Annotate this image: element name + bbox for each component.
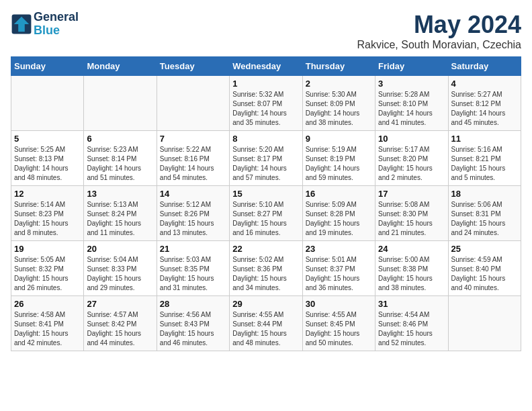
calendar-cell	[11, 76, 84, 131]
cell-day-number: 27	[87, 299, 153, 309]
calendar-week-row: 12Sunrise: 5:14 AMSunset: 8:23 PMDayligh…	[11, 186, 521, 241]
cell-day-number: 16	[306, 189, 372, 199]
calendar-cell: 18Sunrise: 5:06 AMSunset: 8:31 PMDayligh…	[448, 186, 521, 241]
cell-info: Sunrise: 5:23 AMSunset: 8:14 PMDaylight:…	[87, 145, 153, 183]
weekday-header: Saturday	[448, 57, 521, 76]
cell-day-number: 14	[160, 189, 226, 199]
calendar-cell: 1Sunrise: 5:32 AMSunset: 8:07 PMDaylight…	[230, 76, 302, 131]
cell-info: Sunrise: 4:56 AMSunset: 8:43 PMDaylight:…	[160, 310, 226, 348]
calendar-week-row: 5Sunrise: 5:25 AMSunset: 8:13 PMDaylight…	[11, 131, 521, 186]
cell-info: Sunrise: 5:02 AMSunset: 8:36 PMDaylight:…	[232, 255, 299, 293]
cell-day-number: 21	[160, 244, 226, 254]
title-block: May 2024 Rakvice, South Moravian, Czechi…	[357, 11, 521, 51]
calendar-cell: 12Sunrise: 5:14 AMSunset: 8:23 PMDayligh…	[11, 186, 84, 241]
calendar-cell: 3Sunrise: 5:28 AMSunset: 8:10 PMDaylight…	[375, 76, 448, 131]
cell-info: Sunrise: 5:20 AMSunset: 8:17 PMDaylight:…	[232, 145, 299, 183]
cell-info: Sunrise: 5:03 AMSunset: 8:35 PMDaylight:…	[160, 255, 226, 293]
weekday-header-row: SundayMondayTuesdayWednesdayThursdayFrid…	[11, 57, 521, 76]
cell-day-number: 28	[160, 299, 226, 309]
calendar-cell	[157, 76, 229, 131]
cell-info: Sunrise: 5:13 AMSunset: 8:24 PMDaylight:…	[87, 200, 153, 238]
cell-day-number: 9	[306, 134, 372, 144]
cell-day-number: 22	[232, 244, 299, 254]
cell-day-number: 26	[14, 299, 81, 309]
cell-info: Sunrise: 5:10 AMSunset: 8:27 PMDaylight:…	[232, 200, 299, 238]
cell-day-number: 6	[87, 134, 153, 144]
calendar-cell: 4Sunrise: 5:27 AMSunset: 8:12 PMDaylight…	[448, 76, 521, 131]
calendar-subtitle: Rakvice, South Moravian, Czechia	[357, 39, 521, 51]
calendar-cell	[448, 296, 521, 351]
calendar-cell	[84, 76, 157, 131]
calendar-week-row: 26Sunrise: 4:58 AMSunset: 8:41 PMDayligh…	[11, 296, 521, 351]
calendar-cell: 10Sunrise: 5:17 AMSunset: 8:20 PMDayligh…	[375, 131, 448, 186]
weekday-header: Wednesday	[230, 57, 302, 76]
calendar-cell: 15Sunrise: 5:10 AMSunset: 8:27 PMDayligh…	[230, 186, 302, 241]
cell-info: Sunrise: 5:25 AMSunset: 8:13 PMDaylight:…	[14, 145, 81, 183]
cell-day-number: 5	[14, 134, 81, 144]
calendar-cell: 24Sunrise: 5:00 AMSunset: 8:38 PMDayligh…	[375, 241, 448, 296]
cell-day-number: 25	[451, 244, 518, 254]
calendar-cell: 25Sunrise: 4:59 AMSunset: 8:40 PMDayligh…	[448, 241, 521, 296]
calendar-week-row: 1Sunrise: 5:32 AMSunset: 8:07 PMDaylight…	[11, 76, 521, 131]
page-header: General Blue May 2024 Rakvice, South Mor…	[11, 11, 521, 51]
cell-day-number: 30	[306, 299, 372, 309]
cell-info: Sunrise: 5:05 AMSunset: 8:32 PMDaylight:…	[14, 255, 81, 293]
cell-info: Sunrise: 4:55 AMSunset: 8:44 PMDaylight:…	[232, 310, 299, 348]
cell-info: Sunrise: 4:55 AMSunset: 8:45 PMDaylight:…	[306, 310, 372, 348]
calendar-cell: 21Sunrise: 5:03 AMSunset: 8:35 PMDayligh…	[157, 241, 229, 296]
calendar-cell: 19Sunrise: 5:05 AMSunset: 8:32 PMDayligh…	[11, 241, 84, 296]
calendar-cell: 5Sunrise: 5:25 AMSunset: 8:13 PMDaylight…	[11, 131, 84, 186]
cell-info: Sunrise: 5:17 AMSunset: 8:20 PMDaylight:…	[378, 145, 445, 183]
cell-day-number: 10	[378, 134, 445, 144]
calendar-cell: 30Sunrise: 4:55 AMSunset: 8:45 PMDayligh…	[302, 296, 375, 351]
cell-day-number: 13	[87, 189, 153, 199]
calendar-week-row: 19Sunrise: 5:05 AMSunset: 8:32 PMDayligh…	[11, 241, 521, 296]
calendar-cell: 8Sunrise: 5:20 AMSunset: 8:17 PMDaylight…	[230, 131, 302, 186]
cell-info: Sunrise: 4:58 AMSunset: 8:41 PMDaylight:…	[14, 310, 81, 348]
cell-info: Sunrise: 5:01 AMSunset: 8:37 PMDaylight:…	[306, 255, 372, 293]
cell-day-number: 11	[451, 134, 518, 144]
calendar-table: SundayMondayTuesdayWednesdayThursdayFrid…	[11, 56, 521, 351]
calendar-cell: 16Sunrise: 5:09 AMSunset: 8:28 PMDayligh…	[302, 186, 375, 241]
calendar-cell: 29Sunrise: 4:55 AMSunset: 8:44 PMDayligh…	[230, 296, 302, 351]
calendar-cell: 2Sunrise: 5:30 AMSunset: 8:09 PMDaylight…	[302, 76, 375, 131]
calendar-cell: 22Sunrise: 5:02 AMSunset: 8:36 PMDayligh…	[230, 241, 302, 296]
cell-day-number: 29	[232, 299, 299, 309]
cell-info: Sunrise: 5:09 AMSunset: 8:28 PMDaylight:…	[306, 200, 372, 238]
calendar-cell: 20Sunrise: 5:04 AMSunset: 8:33 PMDayligh…	[84, 241, 157, 296]
cell-info: Sunrise: 5:28 AMSunset: 8:10 PMDaylight:…	[378, 90, 445, 128]
weekday-header: Tuesday	[157, 57, 229, 76]
cell-day-number: 24	[378, 244, 445, 254]
calendar-cell: 31Sunrise: 4:54 AMSunset: 8:46 PMDayligh…	[375, 296, 448, 351]
cell-info: Sunrise: 5:12 AMSunset: 8:26 PMDaylight:…	[160, 200, 226, 238]
cell-info: Sunrise: 4:57 AMSunset: 8:42 PMDaylight:…	[87, 310, 153, 348]
cell-info: Sunrise: 5:00 AMSunset: 8:38 PMDaylight:…	[378, 255, 445, 293]
cell-info: Sunrise: 4:54 AMSunset: 8:46 PMDaylight:…	[378, 310, 445, 348]
cell-day-number: 2	[306, 79, 372, 89]
cell-info: Sunrise: 5:14 AMSunset: 8:23 PMDaylight:…	[14, 200, 81, 238]
cell-info: Sunrise: 5:08 AMSunset: 8:30 PMDaylight:…	[378, 200, 445, 238]
cell-day-number: 12	[14, 189, 81, 199]
calendar-cell: 28Sunrise: 4:56 AMSunset: 8:43 PMDayligh…	[157, 296, 229, 351]
calendar-cell: 6Sunrise: 5:23 AMSunset: 8:14 PMDaylight…	[84, 131, 157, 186]
cell-info: Sunrise: 4:59 AMSunset: 8:40 PMDaylight:…	[451, 255, 518, 293]
cell-day-number: 20	[87, 244, 153, 254]
cell-day-number: 1	[232, 79, 299, 89]
calendar-cell: 13Sunrise: 5:13 AMSunset: 8:24 PMDayligh…	[84, 186, 157, 241]
calendar-cell: 14Sunrise: 5:12 AMSunset: 8:26 PMDayligh…	[157, 186, 229, 241]
cell-day-number: 7	[160, 134, 226, 144]
logo-icon	[11, 13, 32, 35]
cell-info: Sunrise: 5:30 AMSunset: 8:09 PMDaylight:…	[306, 90, 372, 128]
cell-info: Sunrise: 5:04 AMSunset: 8:33 PMDaylight:…	[87, 255, 153, 293]
cell-info: Sunrise: 5:06 AMSunset: 8:31 PMDaylight:…	[451, 200, 518, 238]
weekday-header: Monday	[84, 57, 157, 76]
cell-day-number: 4	[451, 79, 518, 89]
cell-day-number: 15	[232, 189, 299, 199]
calendar-title: May 2024	[357, 11, 521, 39]
cell-info: Sunrise: 5:16 AMSunset: 8:21 PMDaylight:…	[451, 145, 518, 183]
calendar-cell: 23Sunrise: 5:01 AMSunset: 8:37 PMDayligh…	[302, 241, 375, 296]
logo: General Blue	[11, 11, 79, 38]
calendar-cell: 17Sunrise: 5:08 AMSunset: 8:30 PMDayligh…	[375, 186, 448, 241]
calendar-cell: 26Sunrise: 4:58 AMSunset: 8:41 PMDayligh…	[11, 296, 84, 351]
logo-text: General Blue	[34, 11, 79, 38]
